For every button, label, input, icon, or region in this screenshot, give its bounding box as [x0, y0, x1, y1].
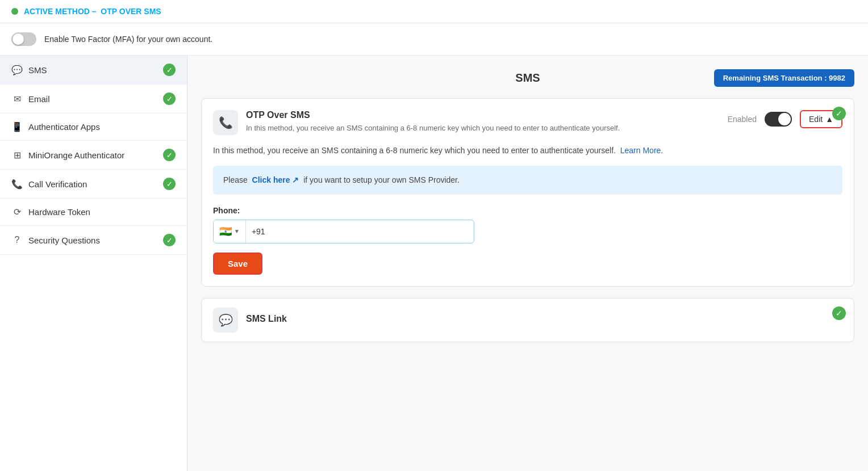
- sidebar: 💬 SMS ✓ ✉ Email ✓ 📱 Authenticator Apps: [0, 56, 187, 471]
- save-button[interactable]: Save: [213, 253, 262, 275]
- info-box: Please Click here ↗ if you want to setup…: [213, 166, 842, 194]
- phone-input[interactable]: [246, 227, 474, 236]
- method-desc: In this method, you receive an SMS conta…: [246, 123, 620, 134]
- call-check: ✓: [163, 178, 176, 190]
- sidebar-item-authenticator[interactable]: 📱 Authenticator Apps: [0, 113, 187, 141]
- sidebar-item-miniorange-label: MiniOrange Authenticator: [28, 150, 124, 160]
- sidebar-item-call-label: Call Verification: [28, 179, 87, 189]
- sidebar-item-hardware-label: Hardware Token: [28, 207, 90, 217]
- right-panel: SMS Remaining SMS Transaction : 9982 ✓ 📞…: [187, 56, 868, 471]
- flag-emoji: 🇮🇳: [219, 225, 232, 238]
- security-check: ✓: [163, 234, 176, 246]
- top-bar: ACTIVE METHOD – OTP OVER SMS: [0, 0, 868, 23]
- sidebar-item-email[interactable]: ✉ Email ✓: [0, 85, 187, 113]
- active-dot: [11, 8, 18, 15]
- sidebar-item-hardware[interactable]: ⟳ Hardware Token: [0, 199, 187, 226]
- method-icon: 📞: [213, 110, 238, 135]
- main-content: 💬 SMS ✓ ✉ Email ✓ 📱 Authenticator Apps: [0, 56, 868, 471]
- sms-badge: Remaining SMS Transaction : 9982: [714, 69, 854, 87]
- phone-label: Phone:: [213, 206, 842, 215]
- card2-check: ✓: [832, 306, 846, 320]
- sidebar-item-email-label: Email: [28, 94, 50, 104]
- learn-more-link[interactable]: Learn More.: [620, 146, 663, 155]
- sidebar-item-sms[interactable]: 💬 SMS ✓: [0, 56, 187, 85]
- click-here-link[interactable]: Click here ↗: [252, 175, 299, 184]
- authenticator-icon: 📱: [11, 121, 23, 132]
- phone-input-row: 🇮🇳 ▼: [213, 220, 474, 243]
- sidebar-item-security[interactable]: ? Security Questions ✓: [0, 226, 187, 255]
- sidebar-item-authenticator-label: Authenticator Apps: [28, 122, 100, 132]
- sms-link-name: SMS Link: [246, 314, 287, 324]
- sidebar-item-security-label: Security Questions: [28, 236, 100, 245]
- flag-selector[interactable]: 🇮🇳 ▼: [214, 220, 246, 243]
- enabled-status: Enabled: [728, 115, 757, 124]
- flag-caret: ▼: [234, 228, 240, 234]
- mfa-row: Enable Two Factor (MFA) for your own acc…: [0, 23, 868, 56]
- panel-header: SMS Remaining SMS Transaction : 9982: [201, 69, 854, 87]
- hardware-icon: ⟳: [11, 207, 23, 217]
- panel-title: SMS: [326, 72, 729, 85]
- sms-icon: 💬: [11, 65, 23, 75]
- email-icon: ✉: [11, 94, 23, 104]
- sidebar-item-sms-label: SMS: [28, 65, 47, 75]
- active-method-label: ACTIVE METHOD – OTP OVER SMS: [24, 7, 161, 16]
- mfa-toggle[interactable]: [11, 32, 36, 46]
- card1-check: ✓: [832, 107, 846, 120]
- security-icon: ?: [11, 235, 23, 245]
- otp-sms-card: ✓ 📞 OTP Over SMS In this method, you rec…: [201, 98, 854, 287]
- mfa-label: Enable Two Factor (MFA) for your own acc…: [44, 35, 212, 44]
- card-description: In this method, you receive an SMS conta…: [213, 144, 842, 157]
- sms-check: ✓: [163, 64, 176, 76]
- sidebar-item-call[interactable]: 📞 Call Verification ✓: [0, 170, 187, 199]
- call-icon: 📞: [11, 179, 23, 190]
- sidebar-item-miniorange[interactable]: ⊞ MiniOrange Authenticator ✓: [0, 141, 187, 170]
- miniorange-icon: ⊞: [11, 150, 23, 161]
- sms-link-icon: 💬: [213, 308, 238, 333]
- email-check: ✓: [163, 92, 176, 105]
- miniorange-check: ✓: [163, 149, 176, 161]
- sms-link-card: ✓ 💬 SMS Link: [201, 298, 854, 342]
- method-toggle[interactable]: [765, 112, 792, 127]
- method-name: OTP Over SMS: [246, 110, 620, 120]
